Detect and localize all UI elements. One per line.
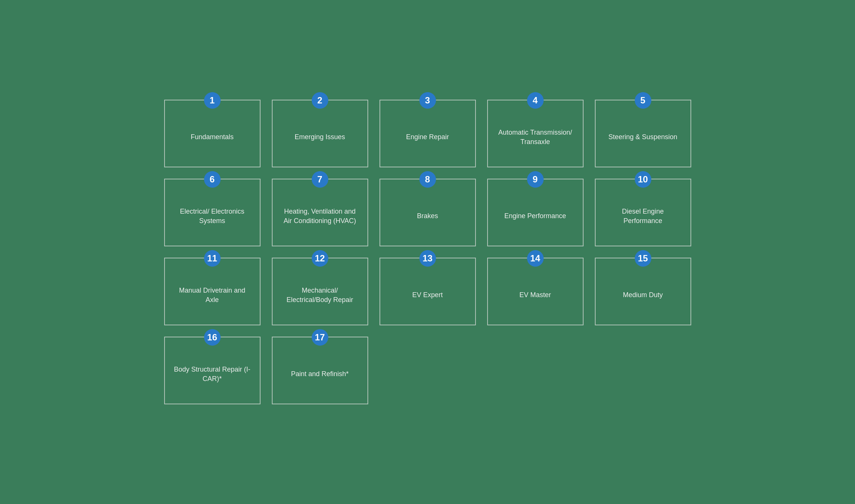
card-number-15: 15 (635, 250, 651, 267)
card-label-10: Diesel Engine Performance (603, 207, 683, 226)
category-card-3[interactable]: 3Engine Repair (379, 100, 476, 167)
card-number-6: 6 (204, 171, 221, 188)
category-card-8[interactable]: 8Brakes (379, 179, 476, 246)
card-label-7: Heating, Ventilation and Air Conditionin… (280, 207, 360, 226)
card-number-1: 1 (204, 92, 221, 109)
category-card-15[interactable]: 15Medium Duty (595, 258, 691, 325)
category-card-17[interactable]: 17Paint and Refinish* (272, 337, 368, 404)
card-number-11: 11 (204, 250, 221, 267)
card-label-14: EV Master (519, 290, 551, 300)
card-label-13: EV Expert (412, 290, 443, 300)
category-grid: 1Fundamentals2Emerging Issues3Engine Rep… (164, 100, 691, 404)
card-label-2: Emerging Issues (294, 132, 345, 142)
card-number-10: 10 (635, 171, 651, 188)
card-number-13: 13 (419, 250, 436, 267)
category-card-12[interactable]: 12Mechanical/ Electrical/Body Repair (272, 258, 368, 325)
card-label-4: Automatic Transmission/ Transaxle (495, 128, 575, 147)
category-card-11[interactable]: 11Manual Drivetrain and Axle (164, 258, 261, 325)
card-label-17: Paint and Refinish* (291, 369, 349, 379)
category-card-9[interactable]: 9Engine Performance (487, 179, 584, 246)
category-card-4[interactable]: 4Automatic Transmission/ Transaxle (487, 100, 584, 167)
card-label-8: Brakes (417, 211, 438, 221)
category-card-10[interactable]: 10Diesel Engine Performance (595, 179, 691, 246)
category-card-16[interactable]: 16Body Structural Repair (I-CAR)* (164, 337, 261, 404)
category-card-6[interactable]: 6Electrical/ Electronics Systems (164, 179, 261, 246)
card-number-16: 16 (204, 329, 221, 346)
card-number-17: 17 (312, 329, 328, 346)
card-number-3: 3 (419, 92, 436, 109)
card-label-3: Engine Repair (406, 132, 449, 142)
card-number-2: 2 (312, 92, 328, 109)
card-label-11: Manual Drivetrain and Axle (172, 286, 252, 305)
card-label-16: Body Structural Repair (I-CAR)* (172, 365, 252, 384)
category-card-5[interactable]: 5Steering & Suspension (595, 100, 691, 167)
card-number-5: 5 (635, 92, 651, 109)
card-label-5: Steering & Suspension (608, 132, 677, 142)
card-number-9: 9 (527, 171, 544, 188)
card-number-14: 14 (527, 250, 544, 267)
category-card-1[interactable]: 1Fundamentals (164, 100, 261, 167)
category-card-13[interactable]: 13EV Expert (379, 258, 476, 325)
card-number-7: 7 (312, 171, 328, 188)
card-label-9: Engine Performance (504, 211, 566, 221)
category-card-14[interactable]: 14EV Master (487, 258, 584, 325)
card-number-4: 4 (527, 92, 544, 109)
card-label-12: Mechanical/ Electrical/Body Repair (280, 286, 360, 305)
card-number-12: 12 (312, 250, 328, 267)
category-card-2[interactable]: 2Emerging Issues (272, 100, 368, 167)
card-number-8: 8 (419, 171, 436, 188)
card-label-6: Electrical/ Electronics Systems (172, 207, 252, 226)
category-card-7[interactable]: 7Heating, Ventilation and Air Conditioni… (272, 179, 368, 246)
card-label-15: Medium Duty (623, 290, 663, 300)
card-label-1: Fundamentals (191, 132, 233, 142)
